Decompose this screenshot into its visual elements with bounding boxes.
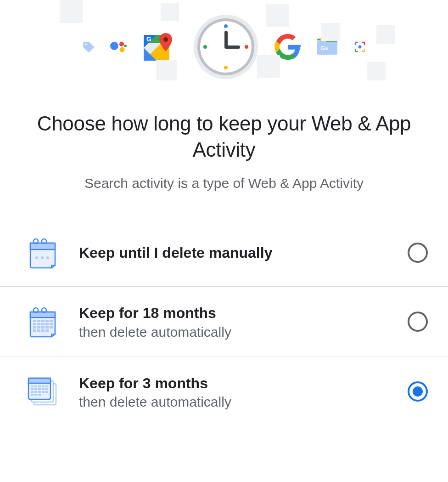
svg-rect-74 xyxy=(34,394,37,396)
svg-rect-35 xyxy=(33,320,36,322)
svg-rect-45 xyxy=(33,326,36,329)
option-subtitle: then delete automatically xyxy=(79,394,388,410)
svg-point-17 xyxy=(224,66,228,69)
radio-unselected[interactable] xyxy=(408,312,428,332)
svg-rect-26 xyxy=(30,243,55,250)
svg-point-18 xyxy=(203,45,207,49)
svg-rect-49 xyxy=(50,326,53,329)
radio-unselected[interactable] xyxy=(408,243,428,263)
svg-rect-53 xyxy=(45,329,49,332)
svg-rect-67 xyxy=(45,388,48,390)
svg-text:G≡: G≡ xyxy=(321,45,328,51)
option-title: Keep for 3 months xyxy=(79,374,388,393)
svg-rect-57 xyxy=(28,378,50,383)
svg-rect-61 xyxy=(42,386,45,387)
svg-rect-50 xyxy=(33,329,36,332)
svg-rect-47 xyxy=(41,326,45,329)
svg-point-2 xyxy=(119,42,124,46)
svg-point-3 xyxy=(120,47,125,52)
page-title: Choose how long to keep your Web & App A… xyxy=(18,110,430,163)
svg-rect-32 xyxy=(30,312,55,318)
tag-icon: G xyxy=(82,40,95,55)
svg-point-29 xyxy=(35,256,38,259)
svg-rect-59 xyxy=(34,386,37,387)
svg-rect-52 xyxy=(41,329,45,332)
calendar-full-icon xyxy=(26,305,60,339)
svg-rect-64 xyxy=(34,388,37,390)
option-keep-18-months[interactable]: Keep for 18 months then delete automatic… xyxy=(0,286,448,356)
svg-point-16 xyxy=(245,45,248,49)
svg-point-15 xyxy=(224,24,228,28)
svg-rect-73 xyxy=(31,394,34,396)
svg-rect-69 xyxy=(34,391,37,393)
svg-point-4 xyxy=(124,45,127,47)
option-subtitle: then delete automatically xyxy=(79,324,388,340)
svg-rect-60 xyxy=(38,386,41,387)
svg-rect-75 xyxy=(38,394,41,396)
svg-point-11 xyxy=(163,37,168,42)
svg-rect-36 xyxy=(37,320,40,322)
svg-rect-58 xyxy=(31,386,34,387)
svg-rect-46 xyxy=(37,326,40,329)
svg-rect-63 xyxy=(31,388,34,390)
header: Choose how long to keep your Web & App A… xyxy=(0,83,448,200)
calendar-dots-icon xyxy=(26,236,60,270)
svg-rect-43 xyxy=(45,323,49,325)
svg-point-31 xyxy=(46,256,49,259)
svg-rect-62 xyxy=(45,386,48,387)
svg-rect-51 xyxy=(37,329,40,332)
svg-rect-38 xyxy=(45,320,49,322)
option-keep-3-months[interactable]: Keep for 3 months then delete automatica… xyxy=(0,357,448,426)
svg-rect-71 xyxy=(42,391,45,393)
svg-point-1 xyxy=(110,42,118,50)
page-subtitle: Search activity is a type of Web & App A… xyxy=(18,176,430,191)
svg-rect-41 xyxy=(37,323,40,325)
clock-icon xyxy=(191,12,260,83)
svg-rect-68 xyxy=(31,391,34,393)
calendar-stack-icon xyxy=(26,374,60,408)
svg-rect-37 xyxy=(41,320,45,322)
svg-rect-44 xyxy=(50,323,53,325)
svg-text:G: G xyxy=(85,43,87,45)
svg-rect-39 xyxy=(50,320,53,322)
hero-illustration: G G xyxy=(0,0,448,83)
svg-point-30 xyxy=(41,256,44,259)
svg-rect-40 xyxy=(33,323,36,325)
svg-rect-48 xyxy=(45,326,49,329)
option-title: Keep for 18 months xyxy=(79,303,388,323)
svg-text:G: G xyxy=(146,35,151,43)
svg-rect-65 xyxy=(38,388,41,390)
assistant-icon xyxy=(109,39,127,57)
svg-rect-66 xyxy=(42,388,45,390)
retention-options: Keep until I delete manually Keep for 18 xyxy=(0,219,448,426)
svg-rect-42 xyxy=(41,323,45,325)
svg-rect-70 xyxy=(38,391,41,393)
option-title: Keep until I delete manually xyxy=(79,243,388,263)
svg-rect-20 xyxy=(224,45,240,49)
radio-selected[interactable] xyxy=(408,381,428,402)
lens-icon xyxy=(354,41,366,55)
svg-rect-72 xyxy=(45,391,48,393)
svg-point-25 xyxy=(358,45,362,49)
option-keep-manual[interactable]: Keep until I delete manually xyxy=(0,219,448,286)
